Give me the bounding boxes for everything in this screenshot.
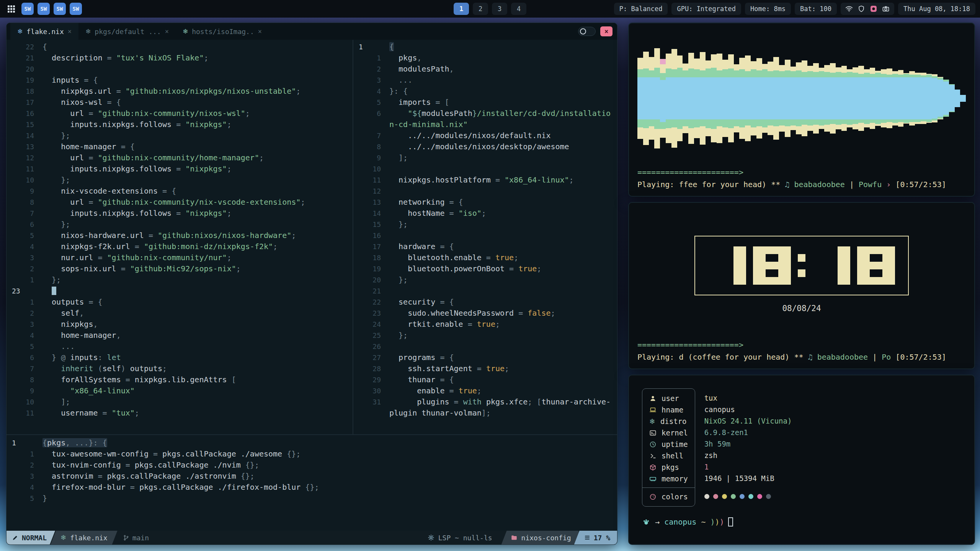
status-chip: P: Balanced xyxy=(614,3,668,15)
workspace-button[interactable]: SW xyxy=(70,3,82,15)
code-line: 20 xyxy=(7,64,353,75)
code-line: 7 ../../modules/nixos/default.nix xyxy=(353,130,617,141)
code-line: 8 url = "github:nix-community/nix-vscode… xyxy=(7,197,353,208)
code-line: 5} xyxy=(7,493,617,504)
code-line: 14 hostName = "iso"; xyxy=(353,208,617,219)
code-line: 19 bluetooth.powerOnBoot = true; xyxy=(353,263,617,274)
code-line: 9 ]; xyxy=(353,152,617,163)
clock-date: 08/08/24 xyxy=(782,304,821,313)
code-line: 24 rtkit.enable = true; xyxy=(353,319,617,330)
gear-icon xyxy=(428,534,434,541)
camera-icon[interactable] xyxy=(882,5,890,13)
code-line: 10 xyxy=(353,163,617,174)
shield-icon[interactable] xyxy=(858,5,865,13)
workspace-button[interactable]: SW xyxy=(21,3,34,15)
tag-list: 1234 xyxy=(454,3,526,15)
package-icon xyxy=(649,464,657,471)
statusline-file: ❄ flake.nix xyxy=(51,531,118,544)
code-line: 9 "x86_64-linux" xyxy=(7,385,353,396)
code-line: 3 nur.url = "github:nix-community/nur"; xyxy=(7,252,353,263)
toggle-knob xyxy=(580,28,586,34)
percent-label: 17 % xyxy=(594,534,610,542)
code-line: 2 self, xyxy=(7,308,353,319)
caret-icon xyxy=(649,452,657,460)
clock-digit xyxy=(753,246,791,285)
code-line: 31 plugins = with pkgs.xfce; [thunar-arc… xyxy=(353,396,617,408)
code-line: 15 }; xyxy=(353,219,617,230)
clock-digit xyxy=(708,246,746,285)
tag-button[interactable]: 4 xyxy=(511,3,526,15)
pencil-icon xyxy=(12,535,18,541)
terminal-icon xyxy=(649,429,657,437)
code-line: 4 nixpkgs-f2k.url = "github:moni-dz/nixp… xyxy=(7,241,353,252)
shell-prompt: → canopus ~ ))) xyxy=(642,517,964,527)
tab-close-icon[interactable]: × xyxy=(165,28,169,35)
terminal-cursor xyxy=(728,517,733,527)
workspace-list: SWSWSWSW xyxy=(21,3,82,15)
fetch-row-shell: shell xyxy=(642,450,695,461)
git-branch: main xyxy=(123,534,149,542)
fetch-row-kernel: kernel xyxy=(642,427,695,439)
wifi-icon xyxy=(845,5,853,13)
terminal-color-dots xyxy=(704,491,792,502)
code-line: 6 "${modulesPath}/installer/cd-dvd/insta… xyxy=(353,108,617,119)
code-line: plugin thunar-volman]; xyxy=(353,408,617,419)
code-line: 6 }; xyxy=(7,219,353,230)
workspace-button[interactable]: SW xyxy=(38,3,50,15)
nix-snowflake-icon: ❄ xyxy=(60,534,66,541)
lines-icon xyxy=(584,535,590,541)
editor-tab[interactable]: ❄hosts/isoImag..× xyxy=(176,23,269,40)
tabline: ❄flake.nix×❄pkgs/default ...×❄hosts/isoI… xyxy=(7,23,617,40)
fetch-value-kernel: 6.9.8-zen1 xyxy=(704,427,792,438)
clock-digit xyxy=(857,246,895,285)
tab-label: pkgs/default ... xyxy=(95,28,161,36)
code-line: 2 modulesPath, xyxy=(353,64,617,75)
fetch-row-user: user xyxy=(642,393,695,404)
code-line: 2 tux-nvim-config = pkgs.callPackage ./n… xyxy=(7,460,617,471)
tag-button[interactable]: 1 xyxy=(454,3,469,15)
tag-button[interactable]: 2 xyxy=(473,3,488,15)
nix-snowflake-icon: ❄ xyxy=(17,28,23,35)
editor-tab[interactable]: ❄pkgs/default ...× xyxy=(78,23,176,40)
launcher-button[interactable] xyxy=(5,2,18,15)
now-playing-text: Playing: d (coffee for your head) ** ♫ b… xyxy=(637,352,966,362)
topbar-left: SWSWSWSW xyxy=(5,2,82,15)
code-line: 1 outputs = { xyxy=(7,297,353,308)
tab-close-icon[interactable]: × xyxy=(68,28,72,35)
code-line: 3 nixpkgs, xyxy=(7,319,353,330)
code-line: 10 ]; xyxy=(7,396,353,408)
code-line: 14 }; xyxy=(7,130,353,141)
git-branch-icon xyxy=(123,535,129,541)
toggle-switch[interactable] xyxy=(578,27,596,36)
topbar-right: P: BalancedGPU: IntegratedHome: 8msBat: … xyxy=(614,3,975,15)
clock-panel: 08/08/24 ======================> Playing… xyxy=(628,202,975,369)
split-flake-nix: 22{21 description = "tux's NixOS Flake";… xyxy=(7,40,353,434)
nix-snowflake-icon: ❄ xyxy=(85,28,91,35)
code-line: 12 url = "github:nix-community/home-mana… xyxy=(7,152,353,163)
code-line: 16 xyxy=(353,230,617,241)
code-line: 9 nix-vscode-extensions = { xyxy=(7,186,353,197)
code-line: 1{ xyxy=(353,41,617,52)
status-chip-list: P: BalancedGPU: IntegratedHome: 8msBat: … xyxy=(614,3,837,15)
code-line: 11 username = "tux"; xyxy=(7,408,353,419)
fetch-row-pkgs: pkgs xyxy=(642,461,695,473)
statusline-right: LSP ~ null-ls nixos-config 17 % xyxy=(428,531,617,544)
fetch-value-uptime: 3h 59m xyxy=(704,438,792,450)
code-line: 18 nixpkgs.url = "github:nixos/nixpkgs/n… xyxy=(7,86,353,97)
git-branch-icon xyxy=(123,535,129,541)
tag-button[interactable]: 3 xyxy=(492,3,507,15)
editor-tab[interactable]: ❄flake.nix× xyxy=(10,23,78,40)
project-name: nixos-config xyxy=(501,531,579,544)
status-chip: Bat: 100 xyxy=(795,3,837,15)
workspace-button[interactable]: SW xyxy=(54,3,66,15)
code-line: 21 description = "tux's NixOS Flake"; xyxy=(7,52,353,64)
wifi-icon[interactable] xyxy=(845,5,853,13)
code-line: 17 hardware = { xyxy=(353,241,617,252)
clock-digit xyxy=(812,246,850,285)
folder-icon xyxy=(511,534,518,541)
recorder-icon[interactable] xyxy=(870,5,877,13)
window-close-button[interactable]: × xyxy=(600,26,612,36)
file-label: flake.nix xyxy=(70,534,108,542)
tab-close-icon[interactable]: × xyxy=(258,28,262,35)
lsp-label: LSP ~ null-ls xyxy=(438,534,492,542)
